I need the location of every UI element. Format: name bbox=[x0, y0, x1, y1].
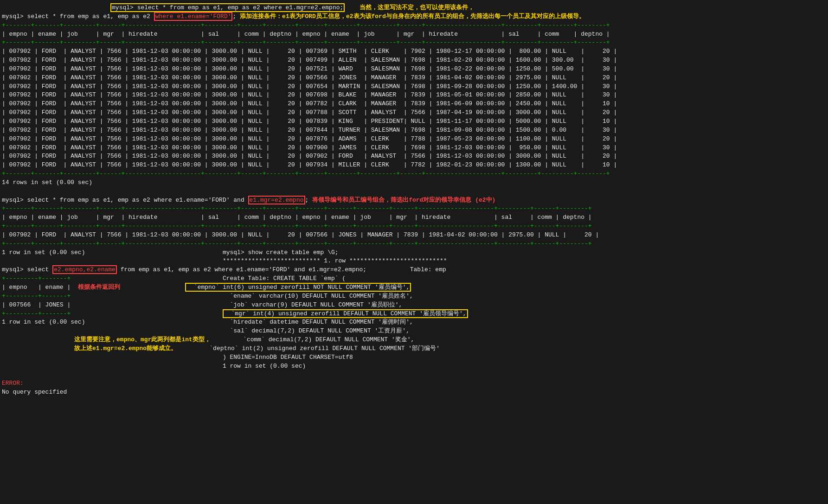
ename-def: `ename` varchar(10) DEFAULT NULL COMMENT… bbox=[223, 293, 413, 300]
int-note2: 故上述e1.mgr=e2.empno能够成立。 bbox=[74, 345, 177, 352]
deptno-def: `deptno` int(2) unsigned zerofill DEFAUL… bbox=[202, 345, 440, 352]
error-label: ERROR: bbox=[2, 380, 24, 387]
sal-def: `sal` decimal(7,2) DEFAULT NULL COMMENT … bbox=[223, 327, 410, 334]
col-annotation: 根据条件返回列 bbox=[78, 284, 120, 291]
row3: | 007902 | FORD | ANALYST | 7566 | 1981-… bbox=[2, 65, 617, 72]
rows-count1: 14 rows in set (0.00 sec) bbox=[2, 179, 92, 186]
row8: | 007902 | FORD | ANALYST | 7566 | 1981-… bbox=[2, 109, 617, 116]
terminal: { "title": "MySQL Terminal Output", "con… bbox=[0, 0, 828, 401]
sql2-line: mysql> select * from emp as e1, emp as e… bbox=[2, 196, 495, 204]
blank1: `sal` decimal(7,2) DEFAULT NULL COMMENT … bbox=[2, 327, 410, 334]
second-cmd: mysql> select * from emp as e1, emp as e… bbox=[2, 12, 585, 21]
int-annotation1: 这里需要注意，empno、mgr此两列都是int类型， `comm` decim… bbox=[2, 336, 414, 343]
terminal-content: mysql> select * from emp as e1, emp as e… bbox=[2, 4, 826, 397]
show-sep: *************************** 1. row *****… bbox=[223, 257, 447, 264]
second-annotation: 添加连接条件：e1表为FORD员工信息，e2表为该ford与自身在内的所有员工的… bbox=[240, 13, 585, 20]
header1: | empno | ename | job | mgr | hiredate |… bbox=[2, 31, 610, 38]
row12: | 007902 | FORD | ANALYST | 7566 | 1981-… bbox=[2, 144, 617, 151]
engine-def: ) ENGINE=InnoDB DEFAULT CHARSET=utf8 bbox=[223, 354, 353, 361]
engine-line: ) ENGINE=InnoDB DEFAULT CHARSET=utf8 bbox=[2, 354, 353, 361]
row5: | 007902 | FORD | ANALYST | 7566 | 1981-… bbox=[2, 83, 617, 90]
top-annotation: 当然，这里写法不定，也可以使用该条件， bbox=[359, 4, 474, 11]
row1: | 007902 | FORD | ANALYST | 7566 | 1981-… bbox=[2, 48, 617, 55]
rows-count2: 1 row in set (0.00 sec) mysql> show crea… bbox=[2, 249, 339, 256]
row10: | 007902 | FORD | ANALYST | 7566 | 1981-… bbox=[2, 127, 617, 134]
sql3-line: mysql> select e2.empno,e2.ename from emp… bbox=[2, 265, 446, 274]
show-create-sql: mysql> show create table emp \G; bbox=[223, 249, 339, 256]
sep6: +-------+-------+---------+------+------… bbox=[2, 240, 592, 247]
where-condition-box: where e1.ename='FORD' bbox=[154, 12, 233, 21]
comm-def: `comm` decimal(7,2) DEFAULT NULL COMMENT… bbox=[236, 336, 414, 343]
sep8: +---------+-------+ `ename` varchar(10) … bbox=[2, 293, 413, 300]
row11: | 007902 | FORD | ANALYST | 7566 | 1981-… bbox=[2, 135, 617, 142]
sep2: +-------+-------+---------+------+------… bbox=[2, 39, 610, 46]
mgr-empno-box: e1.mgr=e2.empno bbox=[248, 196, 305, 204]
row4: | 007902 | FORD | ANALYST | 7566 | 1981-… bbox=[2, 74, 617, 81]
row2: | 007902 | FORD | ANALYST | 7566 | 1981-… bbox=[2, 57, 617, 64]
hiredate-def: `hiredate` datetime DEFAULT NULL COMMENT… bbox=[223, 319, 413, 325]
int-note1: 这里需要注意，empno、mgr此两列都是int类型， bbox=[74, 336, 211, 343]
sql2-annotation: 将领导编号和员工编号组合，筛选出ford对应的领导幸信息 (e2中) bbox=[312, 197, 495, 204]
create-content: Create Table: CREATE TABLE `emp` ( bbox=[223, 275, 346, 282]
header2: | empno | ename | job | mgr | hiredate |… bbox=[2, 214, 592, 221]
sep9: +---------+-------+ `mgr` int(4) unsigne… bbox=[2, 309, 468, 318]
row14: | 007902 | FORD | ANALYST | 7566 | 1981-… bbox=[2, 161, 617, 168]
e2-cols-box: e2.empno,e2.ename bbox=[52, 265, 117, 274]
row6: | 007902 | FORD | ANALYST | 7566 | 1981-… bbox=[2, 91, 617, 98]
sep5: +-------+-------+---------+------+------… bbox=[2, 223, 592, 230]
sep3: +-------+-------+---------+------+------… bbox=[2, 170, 610, 177]
top-sql-box: mysql> select * from emp as e1, emp as e… bbox=[110, 3, 345, 12]
t2row1: | 007902 | FORD | ANALYST | 7566 | 1981-… bbox=[2, 231, 599, 238]
mgr-def-box: `mgr` int(4) unsigned zerofill DEFAULT N… bbox=[223, 309, 468, 318]
sep1: +-------+-------+---------+------+------… bbox=[2, 22, 610, 29]
t3row1: | 007566 | JONES | `job` varchar(9) DEFA… bbox=[2, 301, 402, 308]
error-msg: No query specified bbox=[2, 389, 67, 396]
row7: | 007902 | FORD | ANALYST | 7566 | 1981-… bbox=[2, 100, 617, 107]
show-rows-line: 1 row in set (0.00 sec) bbox=[2, 363, 306, 370]
rows-count3: 1 row in set (0.00 sec) `hiredate` datet… bbox=[2, 319, 413, 325]
show-separator-line: *************************** 1. row *****… bbox=[2, 257, 447, 264]
blank2 bbox=[2, 371, 6, 378]
row13: | 007902 | FORD | ANALYST | 7566 | 1981-… bbox=[2, 153, 617, 159]
header3: | empno | ename | 根据条件返回列 `empno` int(6)… bbox=[2, 283, 411, 292]
int-annotation2: 故上述e1.mgr=e2.empno能够成立。 `deptno` int(2) … bbox=[2, 345, 440, 352]
job-def: `job` varchar(9) DEFAULT NULL COMMENT '雇… bbox=[223, 301, 402, 308]
sep4: +-------+-------+---------+------+------… bbox=[2, 205, 592, 212]
top-sql-line: mysql> select * from emp as e1, emp as e… bbox=[2, 3, 474, 12]
row9: | 007902 | FORD | ANALYST | 7566 | 1981-… bbox=[2, 118, 617, 125]
empno-def-box: `empno` int(6) unsigned zerofill NOT NUL… bbox=[185, 283, 411, 292]
sep7: +---------+-------+ Create Table: CREATE… bbox=[2, 275, 346, 282]
show-rows: 1 row in set (0.00 sec) bbox=[223, 363, 306, 370]
table-label: Table: emp bbox=[410, 266, 446, 273]
